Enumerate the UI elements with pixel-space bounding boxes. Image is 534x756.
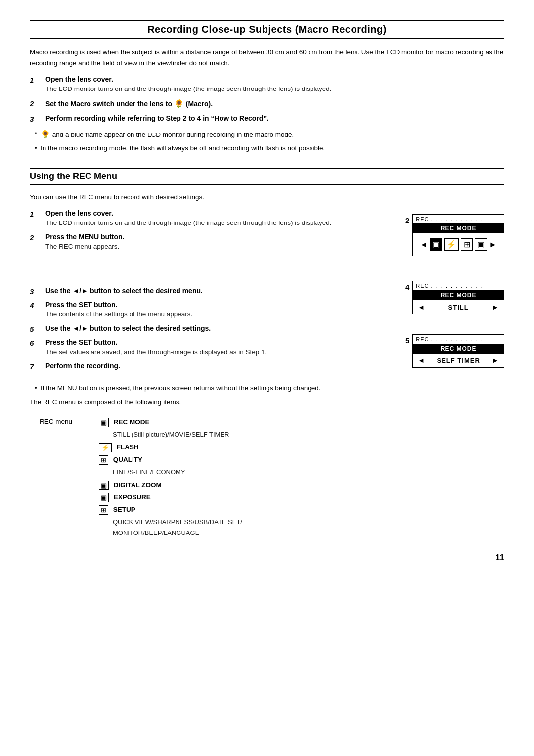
rec-menu-header-row: REC menu ▣ REC MODE STILL (Still picture…	[40, 418, 504, 538]
screen2-container: 2 REC . . . . . . . . . . . REC MODE ◄ ▣…	[405, 214, 504, 256]
digital-zoom-icon: ▣	[475, 238, 487, 251]
step-title: Press the SET button.	[45, 301, 396, 309]
digital-zoom-name: DIGITAL ZOOM	[114, 481, 162, 489]
step-number: 3	[30, 115, 42, 123]
rec-label: REC	[416, 216, 429, 222]
cam-dots: . . . . . . . . . . .	[431, 216, 484, 222]
cam-top-bar: REC . . . . . . . . . . .	[413, 281, 504, 290]
quality-item: ⊞ QUALITY	[99, 455, 242, 465]
left-arrow-icon: ◄	[418, 303, 425, 311]
step-desc: The LCD monitor turns on and the through…	[45, 84, 504, 94]
step-title: Press the MENU button.	[45, 233, 396, 241]
camera-screen-5: REC . . . . . . . . . . . REC MODE ◄ SEL…	[412, 334, 504, 368]
setup-sub: QUICK VIEW/SHARPNESS/USB/DATE SET/	[113, 517, 242, 528]
exposure-name: EXPOSURE	[114, 493, 151, 501]
quality-icon: ⊞	[99, 455, 108, 465]
step-title: Open the lens cover.	[45, 209, 396, 217]
step-number: 4	[30, 301, 42, 310]
step-content: Perform recording while referring to Ste…	[45, 114, 504, 123]
quality-icon: ⊞	[461, 238, 473, 251]
section1-intro: Macro recording is used when the subject…	[30, 47, 504, 68]
flash-icon: ⚡	[99, 443, 112, 452]
cam-value-row: ◄ STILL ►	[413, 300, 504, 314]
step-number: 6	[30, 339, 42, 347]
rec-label: REC	[416, 283, 429, 289]
section1-step2: 2 Set the Macro switch under the lens to…	[30, 99, 504, 109]
cam-dots: . . . . . . . . . . .	[431, 283, 484, 289]
flash-name: FLASH	[117, 444, 139, 451]
page-number: 11	[30, 553, 504, 562]
step-title: Set the Macro switch under the lens to 🌻…	[45, 99, 504, 108]
setup-sub2: MONITOR/BEEP/LANGUAGE	[113, 528, 242, 538]
left-arrow-icon: ◄	[420, 240, 428, 249]
screen2-label: 2	[405, 216, 409, 224]
right-column: 2 REC . . . . . . . . . . . REC MODE ◄ ▣…	[405, 209, 504, 376]
screen5-container: 5 REC . . . . . . . . . . . REC MODE ◄ S…	[405, 334, 504, 368]
section2-step2: 2 Press the MENU button. The REC menu ap…	[30, 233, 396, 252]
step-desc: The contents of the settings of the menu…	[45, 310, 396, 319]
step-number: 2	[30, 99, 42, 108]
cam-top-bar: REC . . . . . . . . . . .	[413, 215, 504, 223]
step-number: 5	[30, 325, 42, 333]
bullet-item: 🌻 and a blue frame appear on the LCD mon…	[35, 128, 504, 141]
rec-mode-icon: ▣	[99, 418, 109, 427]
setup-name: SETUP	[113, 506, 135, 513]
step-number: 1	[30, 210, 42, 218]
step-number: 1	[30, 76, 42, 84]
step-content: Perform the recording.	[45, 362, 396, 371]
section2-step1: 1 Open the lens cover. The LCD monitor t…	[30, 209, 396, 228]
section2-step6: 6 Press the SET button. The set values a…	[30, 338, 396, 357]
screen4-container: 4 REC . . . . . . . . . . . REC MODE ◄ S…	[405, 281, 504, 314]
bullet-item: In the macro recording mode, the flash w…	[35, 143, 504, 154]
screen4-label: 4	[405, 283, 409, 291]
section1-title: Recording Close-up Subjects (Macro Recor…	[30, 20, 504, 39]
exposure-icon: ▣	[99, 493, 109, 502]
step-content: Use the ◄/► button to select the desired…	[45, 324, 396, 333]
section2-step5: 5 Use the ◄/► button to select the desir…	[30, 324, 396, 333]
left-column: 1 Open the lens cover. The LCD monitor t…	[30, 209, 396, 376]
cam-top-bar: REC . . . . . . . . . . .	[413, 335, 504, 344]
quality-sub: FINE/S-FINE/ECONOMY	[113, 467, 242, 478]
cam-value-row: ◄ SELF TIMER ►	[413, 354, 504, 367]
step-number: 3	[30, 287, 42, 296]
left-arrow-icon: ◄	[418, 356, 425, 364]
right-arrow-icon: ►	[489, 240, 497, 249]
exposure-item: ▣ EXPOSURE	[99, 493, 242, 502]
step-content: Open the lens cover. The LCD monitor tur…	[45, 75, 504, 94]
camera-icon: ▣	[430, 238, 442, 251]
rec-menu-table: REC menu ▣ REC MODE STILL (Still picture…	[40, 418, 504, 538]
step-content: Set the Macro switch under the lens to 🌻…	[45, 99, 504, 109]
digital-zoom-item: ▣ DIGITAL ZOOM	[99, 481, 242, 490]
flash-item: ⚡ FLASH	[99, 443, 242, 452]
step-title: Use the ◄/► button to select the desired…	[45, 324, 396, 332]
digital-zoom-icon: ▣	[99, 481, 109, 490]
rec-menu-label: REC menu	[40, 418, 99, 425]
cam-mode-bar: REC MODE	[413, 344, 504, 354]
step-number: 7	[30, 362, 42, 371]
section1-step3: 3 Perform recording while referring to S…	[30, 114, 504, 123]
section1-bullets: 🌻 and a blue frame appear on the LCD mon…	[35, 128, 504, 153]
note-item: If the MENU button is pressed, the previ…	[35, 383, 504, 394]
cam-value: SELF TIMER	[437, 357, 480, 364]
section2-notes: If the MENU button is pressed, the previ…	[35, 383, 504, 394]
rec-mode-name: REC MODE	[114, 418, 150, 426]
section2-step4: 4 Press the SET button. The contents of …	[30, 301, 396, 319]
cam-dots: . . . . . . . . . . .	[431, 336, 484, 342]
right-arrow-icon: ►	[492, 303, 499, 311]
step-desc: The LCD monitor turns on and the through…	[45, 218, 396, 228]
step-content: Press the SET button. The contents of th…	[45, 301, 396, 319]
rec-menu-items: ▣ REC MODE STILL (Still picture)/MOVIE/S…	[99, 418, 242, 538]
step-title: Perform the recording.	[45, 362, 396, 370]
section2-step7: 7 Perform the recording.	[30, 362, 396, 371]
setup-icon: ⊞	[99, 505, 108, 515]
right-arrow-icon: ►	[492, 356, 499, 364]
flash-icon: ⚡	[444, 238, 459, 251]
rec-menu-intro: The REC menu is composed of the followin…	[30, 399, 504, 406]
section2-title: Using the REC Menu	[30, 168, 504, 185]
quality-name: QUALITY	[113, 456, 142, 463]
section2-intro: You can use the REC menu to record with …	[30, 192, 504, 203]
camera-screen-4: REC . . . . . . . . . . . REC MODE ◄ STI…	[412, 281, 504, 314]
step-title: Use the ◄/► button to select the desired…	[45, 287, 396, 295]
cam-value: STILL	[448, 304, 469, 311]
screen5-label: 5	[405, 336, 409, 345]
